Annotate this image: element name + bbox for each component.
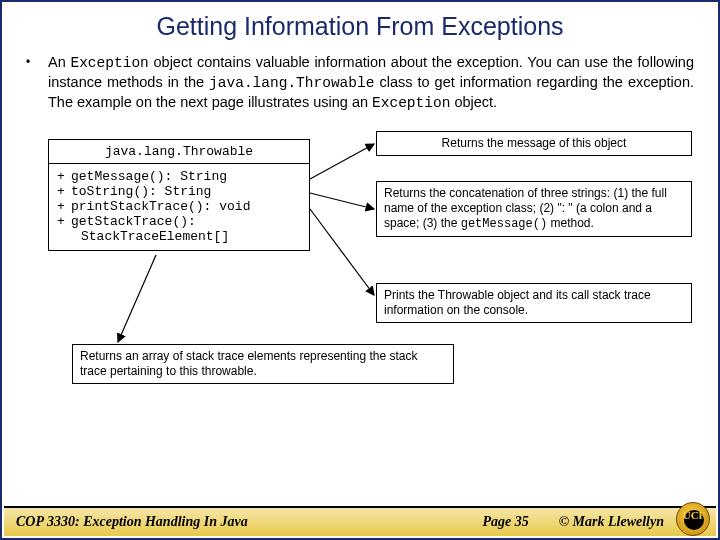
text-frag: An [48, 54, 70, 70]
uml-method-return: StackTraceElement[] [57, 229, 301, 244]
uml-diagram: java.lang.Throwable +getMessage(): Strin… [26, 131, 694, 391]
ucf-logo-icon: UCF [676, 502, 712, 538]
text-frag: object. [450, 94, 497, 110]
footer-course: COP 3330: Exception Handling In Java [16, 514, 482, 530]
desc-getstacktrace: Returns an array of stack trace elements… [72, 344, 454, 384]
slide-content: • An Exception object contains valuable … [2, 53, 718, 391]
uml-method: +toString(): String [57, 184, 301, 199]
uml-method: +getMessage(): String [57, 169, 301, 184]
code-frag: Exception [70, 55, 148, 71]
code-frag: getMessage() [461, 217, 547, 231]
desc-getmessage: Returns the message of this object [376, 131, 692, 156]
text-frag: method. [547, 216, 594, 230]
footer-author: © Mark Llewellyn [559, 514, 664, 530]
bullet-item: • An Exception object contains valuable … [26, 53, 694, 113]
bullet-marker: • [26, 53, 48, 113]
svg-line-3 [118, 255, 156, 342]
uml-class-name: java.lang.Throwable [49, 140, 309, 164]
code-frag: Exception [372, 95, 450, 111]
bullet-text: An Exception object contains valuable in… [48, 53, 694, 113]
desc-printstacktrace: Prints the Throwable object and its call… [376, 283, 692, 323]
svg-line-0 [310, 144, 374, 179]
desc-tostring: Returns the concatenation of three strin… [376, 181, 692, 237]
uml-class-box: java.lang.Throwable +getMessage(): Strin… [48, 139, 310, 251]
footer-bar: COP 3330: Exception Handling In Java Pag… [4, 506, 716, 536]
uml-method: +getStackTrace(): [57, 214, 301, 229]
svg-line-1 [310, 193, 374, 209]
uml-method: +printStackTrace(): void [57, 199, 301, 214]
slide-title: Getting Information From Exceptions [2, 2, 718, 53]
footer-page: Page 35 [482, 514, 528, 530]
svg-line-2 [310, 209, 374, 295]
code-frag: java.lang.Throwable [209, 75, 374, 91]
uml-methods: +getMessage(): String +toString(): Strin… [49, 164, 309, 250]
